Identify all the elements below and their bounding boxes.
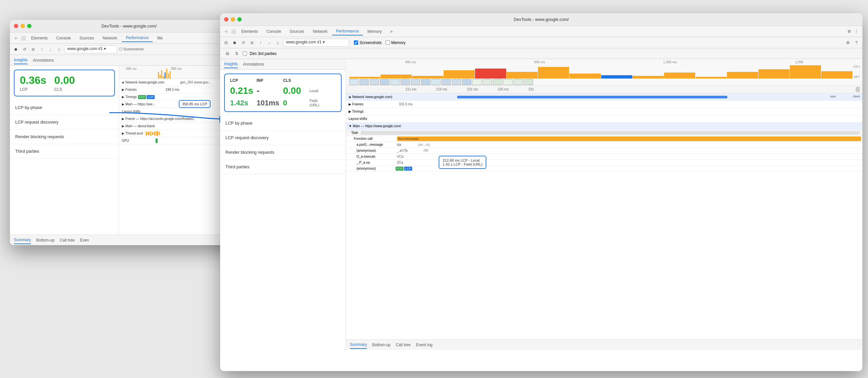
memory-checkbox-2[interactable]: [386, 40, 390, 45]
scrollbar-2[interactable]: [856, 87, 860, 92]
bottom-tab-event-1[interactable]: Even: [80, 236, 89, 244]
time-marker-398: 398 ms: [126, 67, 137, 70]
insights-tab-1[interactable]: Insights: [14, 56, 28, 64]
field-cls-value: 0: [283, 99, 310, 107]
record-icon-2[interactable]: ⏺: [231, 39, 238, 46]
download-icon-2[interactable]: ↓: [266, 39, 273, 46]
bottom-tab-summary-1[interactable]: Summary: [14, 236, 31, 244]
insights-tab-2[interactable]: Insights: [224, 60, 238, 68]
clear-icon-2[interactable]: ⊘: [249, 39, 255, 46]
sidebar-render-blocking-2[interactable]: Render blocking requests: [220, 145, 346, 160]
settings-icon-addr-2[interactable]: ⚙: [844, 39, 851, 46]
tab-performance-2[interactable]: Performance: [332, 28, 363, 35]
annotations-tab-1[interactable]: Annotations: [33, 57, 54, 64]
bottom-tab-bottomup-1[interactable]: Bottom-up: [36, 236, 54, 244]
time-marker-998: 998 ms: [171, 67, 182, 70]
minimize-button-1[interactable]: [21, 24, 25, 28]
home-icon-2[interactable]: ⌂: [274, 39, 281, 46]
tab-elements-2[interactable]: Elements: [237, 28, 262, 35]
local-lcp-value: 0.21s: [230, 85, 256, 96]
tl-main-2: ▼ Main — https://www.google.com/: [346, 124, 401, 128]
record-icon-1[interactable]: ⏺: [12, 46, 19, 53]
network-icon-2[interactable]: ⊞: [224, 50, 231, 57]
timeline-row-gpu-1: GPU: [119, 139, 129, 142]
tab-elements-1[interactable]: Elements: [27, 34, 52, 42]
arrows-icon-2[interactable]: ⇅: [234, 50, 240, 57]
dim3rd-label-2: Dim 3rd parties: [250, 51, 276, 56]
refresh-icon-2[interactable]: ↺: [240, 39, 247, 46]
tab-console-1[interactable]: Console: [52, 34, 75, 42]
upload-icon-2[interactable]: ↑: [257, 39, 264, 46]
field-tooltip-line2: 1.42 s LCP - Field (URL): [443, 162, 482, 166]
tl-zca-2: ZCa: [397, 161, 403, 164]
btab-summary-2[interactable]: Summary: [350, 341, 367, 349]
inspect-icon-2[interactable]: ⊹: [223, 28, 229, 35]
download-icon-1[interactable]: ↓: [47, 46, 54, 53]
tab-console-2[interactable]: Console: [262, 28, 285, 35]
dim3rd-bar: ⊞ ⇅ Dim 3rd parties: [220, 48, 862, 59]
sidebar-third-parties-1[interactable]: Third parties: [10, 144, 119, 159]
sidebar-render-blocking-1[interactable]: Render blocking requests: [10, 129, 119, 144]
tl-anus-2: (an...us): [418, 143, 430, 146]
sidebar-third-parties-2[interactable]: Third parties: [220, 160, 346, 174]
screenshots-checkbox-2[interactable]: [354, 40, 358, 45]
url-input-1[interactable]: www.google.com #1 ▾: [64, 46, 117, 53]
btab-eventlog-2[interactable]: Event log: [416, 341, 432, 349]
sidebar-panel-1: 0.36s LCP 0.00 CLS LCP by phase LCP requ…: [10, 66, 119, 235]
close-button-1[interactable]: [14, 24, 18, 28]
tab-memory-2[interactable]: Memory: [364, 28, 386, 35]
address-bar-2: ⊟ ⏺ ↺ ⊘ ↑ ↓ ⌂ www.google.com #1 ▾ Screen…: [220, 37, 862, 48]
clear-icon-1[interactable]: ⊘: [30, 46, 36, 53]
home-icon-1[interactable]: ⌂: [56, 46, 62, 53]
window-title-1: DevTools - www.google.com/: [102, 24, 157, 28]
screenshots-label-2: Screenshots: [360, 40, 382, 45]
tab-sources-1[interactable]: Sources: [75, 34, 98, 42]
insights-bar-1: Insights Annotations: [10, 55, 248, 66]
device-icon-2[interactable]: ⬜: [230, 28, 237, 35]
tab-performance-1[interactable]: Performance: [122, 34, 153, 42]
net-label-2: NET: [854, 75, 860, 79]
metrics-callout-box-2: LCP INP CLS 0.21s - 0.00 Local 1.42s 101…: [224, 74, 342, 112]
tl-rmf-2: rMf: [424, 149, 428, 152]
maximize-button-2[interactable]: [237, 17, 242, 22]
sidebar-toggle-2[interactable]: ⊟: [223, 39, 229, 46]
tab-network-2[interactable]: Network: [309, 28, 331, 35]
sidebar-lcp-request-1[interactable]: LCP request discovery: [10, 115, 119, 129]
dim3rd-checkbox-2[interactable]: [243, 51, 247, 56]
titlebar-2: DevTools - www.google.com/: [220, 13, 862, 26]
address-bar-1: ⏺ ↺ ⊘ ↑ ↓ ⌂ www.google.com #1 ▾ ☐ Screen…: [10, 44, 248, 55]
device-icon-1[interactable]: ⬜: [20, 35, 27, 41]
window-title-2: DevTools - www.google.com/: [514, 17, 569, 22]
settings-icon-2[interactable]: ⚙: [846, 28, 852, 35]
devtools-window-1: DevTools - www.google.com/ ⊹ ⬜ Elements …: [10, 20, 248, 245]
field-tag: Field(URL): [310, 99, 330, 107]
tl-anon2-2: (anonymous): [346, 167, 396, 170]
tl-216: 216 ms: [436, 87, 447, 91]
fcp-tag-2: FCP: [396, 167, 404, 171]
tl-client-2: client: [853, 95, 860, 98]
tab-sources-2[interactable]: Sources: [286, 28, 308, 35]
bottom-tab-calltree-1[interactable]: Call tree: [60, 236, 75, 244]
url-input-2[interactable]: www.google.com #1 ▾: [283, 39, 349, 47]
tab-more-2[interactable]: »: [386, 28, 397, 35]
traffic-lights-2: [224, 17, 242, 22]
sidebar-lcp-request-2[interactable]: LCP request discovery: [220, 130, 346, 145]
btab-bottomup-2[interactable]: Bottom-up: [372, 341, 390, 349]
tab-me-1[interactable]: Me: [153, 34, 167, 42]
minimize-button-2[interactable]: [231, 17, 235, 22]
help-icon-2[interactable]: ?: [853, 39, 860, 46]
upload-icon-1[interactable]: ↑: [38, 46, 45, 53]
annotations-tab-2[interactable]: Annotations: [243, 61, 264, 68]
timeline-row-timings-1: ▶ Timings: [119, 95, 137, 99]
inp-col-header: INP: [256, 78, 283, 83]
sidebar-lcp-phase-1[interactable]: LCP by phase: [10, 100, 119, 115]
more-icon-2[interactable]: ⋮: [853, 28, 860, 35]
inspect-icon-1[interactable]: ⊹: [12, 35, 19, 41]
sidebar-lcp-phase-2[interactable]: LCP by phase: [220, 116, 346, 130]
maximize-button-1[interactable]: [27, 24, 31, 28]
refresh-icon-1[interactable]: ↺: [21, 46, 28, 53]
close-button-2[interactable]: [224, 17, 228, 22]
tab-network-1[interactable]: Network: [99, 34, 121, 42]
time-1996: 1,996: [795, 60, 803, 64]
btab-calltree-2[interactable]: Call tree: [396, 341, 411, 349]
